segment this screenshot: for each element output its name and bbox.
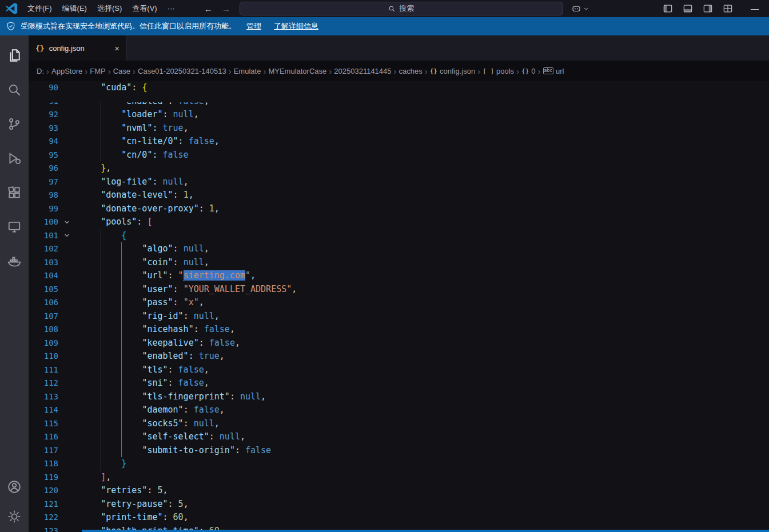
code-line[interactable]: 104 "url": "sierting.com",	[29, 269, 769, 283]
code-line[interactable]: 106 "pass": "x",	[29, 296, 769, 310]
back-button[interactable]: ←	[204, 4, 213, 14]
code-line[interactable]: 117 "submit-to-origin": false	[29, 444, 769, 458]
code-line[interactable]: 99 "donate-over-proxy": 1,	[29, 202, 769, 216]
menu-item[interactable]: ···	[162, 0, 180, 17]
command-center-search[interactable]: 搜索	[240, 2, 563, 15]
menu-item[interactable]: 查看(V)	[127, 0, 162, 17]
docker-icon[interactable]	[7, 254, 22, 269]
minimize-button[interactable]: —	[751, 4, 759, 13]
code-line[interactable]: 103 "coin": null,	[29, 256, 769, 270]
line-gutter: 94	[29, 135, 80, 149]
toggle-sidebar-icon[interactable]	[662, 3, 674, 14]
token: {	[121, 230, 126, 241]
line-number: 111	[29, 363, 58, 377]
breadcrumb-item[interactable]: Emulate	[234, 67, 261, 75]
code-line[interactable]: 122 "print-time": 60,	[29, 511, 769, 525]
code-line[interactable]: 116 "self-select": null,	[29, 430, 769, 444]
vscode-window: 文件(F)编辑(E)选择(S)查看(V)··· ← → 搜索	[0, 0, 769, 532]
run-debug-icon[interactable]	[7, 151, 22, 166]
code-line[interactable]: 93 "nvml": true,	[29, 122, 769, 135]
code-line[interactable]: 111 "tls": false,	[29, 363, 769, 377]
line-gutter: 120	[29, 484, 80, 498]
code-line[interactable]: 91 "enabled": false,	[29, 95, 769, 109]
token: }	[101, 163, 106, 173]
remote-explorer-icon[interactable]	[7, 219, 22, 234]
code-line[interactable]: 113 "tls-fingerprint": null,	[29, 390, 769, 404]
menu-item[interactable]: 文件(F)	[22, 0, 57, 17]
explorer-icon[interactable]	[7, 48, 22, 63]
token: {	[142, 82, 147, 93]
breadcrumb-item[interactable]: abcurl	[543, 67, 564, 75]
line-number: 90	[29, 81, 58, 95]
code-line[interactable]: 120 "retries": 5,	[29, 484, 769, 498]
activity-bar-bottom	[7, 479, 22, 524]
code-line[interactable]: 115 "socks5": null,	[29, 417, 769, 431]
code-line[interactable]: 121 "retry-pause": 5,	[29, 498, 769, 511]
breadcrumb-item[interactable]: D:	[37, 67, 44, 75]
search-icon[interactable]	[7, 82, 22, 97]
breadcrumb-item[interactable]: {}0	[521, 67, 535, 75]
breadcrumb-item[interactable]: Case	[113, 67, 130, 75]
extensions-icon[interactable]	[7, 185, 22, 200]
token: ,	[214, 311, 220, 321]
breadcrumb-item[interactable]: [ ]pools	[483, 67, 514, 75]
code-line[interactable]: 118 }	[29, 457, 769, 471]
code-line[interactable]: 102 "algo": null,	[29, 242, 769, 256]
toggle-secondary-sidebar-icon[interactable]	[702, 3, 714, 14]
breadcrumb-item[interactable]: AppStore	[51, 67, 82, 75]
line-gutter: 113	[29, 390, 80, 404]
token: ,	[292, 284, 297, 294]
manage-link[interactable]: 管理	[246, 21, 261, 31]
fold-spacer	[58, 403, 80, 417]
settings-icon[interactable]	[7, 509, 22, 524]
source-control-icon[interactable]	[7, 117, 22, 131]
code-line[interactable]: 105 "user": "YOUR_WALLET_ADDRESS",	[29, 283, 769, 297]
code-line[interactable]: 107 "rig-id": null,	[29, 310, 769, 323]
braces-gold-icon: {}	[430, 67, 437, 75]
code-line[interactable]: 100 "pools": [	[29, 215, 769, 229]
code-line[interactable]: 98 "donate-level": 1,	[29, 189, 769, 202]
learn-more-link[interactable]: 了解详细信息	[274, 21, 318, 31]
close-tab-icon[interactable]: ×	[114, 43, 119, 53]
code-line[interactable]: 90 "cuda": {	[29, 81, 769, 95]
fold-chevron-icon[interactable]	[58, 229, 80, 243]
code-line[interactable]: 92 "loader": null,	[29, 108, 769, 122]
tab-config-json[interactable]: {} config.json ×	[29, 35, 127, 61]
customize-layout-icon[interactable]	[722, 3, 734, 14]
code-line[interactable]: 101 {	[29, 229, 769, 243]
breadcrumb-item[interactable]: Case01-20250321-140513	[138, 67, 226, 75]
code-line[interactable]: 95 "cn/0": false	[29, 149, 769, 162]
code-editor[interactable]: 90 "cuda": {91 "enabled": false,92 "load…	[29, 81, 769, 532]
menu-item[interactable]: 编辑(E)	[57, 0, 92, 17]
code-line[interactable]: 108 "nicehash": false,	[29, 323, 769, 337]
menu-item[interactable]: 选择(S)	[92, 0, 127, 17]
fold-chevron-icon[interactable]	[58, 215, 80, 229]
breadcrumb-item[interactable]: FMP	[90, 67, 105, 75]
code-text: }	[80, 457, 126, 471]
code-line[interactable]: 114 "daemon": false,	[29, 403, 769, 417]
code-text: "pass": "x",	[80, 296, 204, 310]
code-line[interactable]: 112 "sni": false,	[29, 377, 769, 390]
breadcrumb-separator-icon: ›	[538, 66, 541, 76]
token: ,	[230, 324, 235, 334]
token: :	[168, 378, 178, 388]
breadcrumb-item[interactable]: caches	[399, 67, 423, 75]
token	[80, 378, 142, 388]
code-line[interactable]: 109 "keepalive": false,	[29, 337, 769, 350]
code-line[interactable]: 110 "enabled": true,	[29, 350, 769, 363]
token: :	[173, 243, 184, 254]
breadcrumb-item[interactable]: 20250321141445	[334, 67, 391, 75]
code-line[interactable]: 97 "log-file": null,	[29, 175, 769, 189]
line-gutter: 105	[29, 283, 80, 297]
toggle-panel-icon[interactable]	[682, 3, 694, 14]
token: ,	[204, 365, 209, 375]
code-line[interactable]: 119 ],	[29, 471, 769, 485]
copilot-menu[interactable]	[571, 3, 589, 14]
code-line[interactable]: 94 "cn-lite/0": false,	[29, 135, 769, 149]
breadcrumb-item[interactable]: {}config.json	[430, 67, 475, 75]
code-line[interactable]: 96 },	[29, 162, 769, 175]
account-icon[interactable]	[7, 479, 22, 494]
token: ,	[214, 418, 220, 429]
breadcrumb-item[interactable]: MYEmulatorCase	[268, 67, 326, 75]
forward-button[interactable]: →	[222, 4, 230, 14]
